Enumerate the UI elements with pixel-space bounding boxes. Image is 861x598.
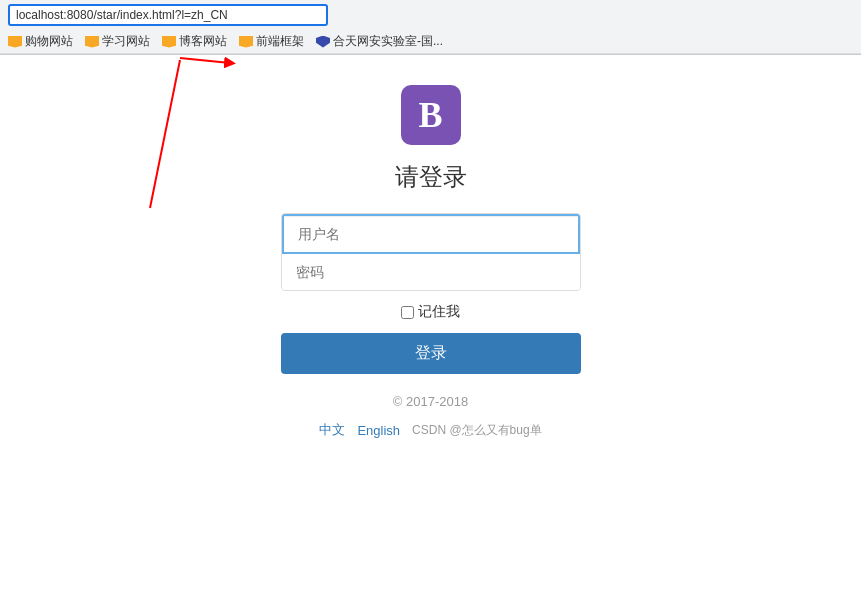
- address-bar-row: [0, 0, 861, 30]
- bookmark-learning[interactable]: 学习网站: [85, 33, 150, 50]
- login-title: 请登录: [395, 161, 467, 193]
- lang-zh-link[interactable]: 中文: [319, 421, 345, 439]
- bookmark-shopping[interactable]: 购物网站: [8, 33, 73, 50]
- bootstrap-logo: B: [401, 85, 461, 145]
- login-button[interactable]: 登录: [281, 333, 581, 374]
- bookmark-blog[interactable]: 博客网站: [162, 33, 227, 50]
- bookmark-icon: [8, 36, 22, 48]
- lang-en-link[interactable]: English: [357, 423, 400, 438]
- copyright-text: © 2017-2018: [393, 394, 468, 409]
- logo-letter: B: [418, 94, 442, 136]
- browser-chrome: 购物网站 学习网站 博客网站 前端框架 合天网安实验室-国...: [0, 0, 861, 55]
- page-content: B 请登录 记住我 登录 © 2017-2018 中文 English CSDN…: [0, 55, 861, 439]
- bookmark-icon: [85, 36, 99, 48]
- bookmark-label: 合天网安实验室-国...: [333, 33, 443, 50]
- bookmark-icon: [239, 36, 253, 48]
- bookmark-frontend[interactable]: 前端框架: [239, 33, 304, 50]
- bookmark-icon: [162, 36, 176, 48]
- remember-me-row: 记住我: [401, 303, 460, 321]
- remember-checkbox[interactable]: [401, 306, 414, 319]
- bookmark-label: 学习网站: [102, 33, 150, 50]
- bookmark-security[interactable]: 合天网安实验室-国...: [316, 33, 443, 50]
- login-container: B 请登录 记住我 登录 © 2017-2018 中文 English CSDN…: [281, 85, 581, 439]
- bookmark-label: 博客网站: [179, 33, 227, 50]
- shield-icon: [316, 36, 330, 48]
- password-input[interactable]: [282, 254, 580, 290]
- bookmark-label: 购物网站: [25, 33, 73, 50]
- csdn-label: CSDN @怎么又有bug单: [412, 422, 542, 439]
- bookmarks-bar: 购物网站 学习网站 博客网站 前端框架 合天网安实验室-国...: [0, 30, 861, 54]
- bookmark-label: 前端框架: [256, 33, 304, 50]
- remember-label: 记住我: [418, 303, 460, 321]
- username-input[interactable]: [282, 214, 580, 254]
- address-bar[interactable]: [8, 4, 328, 26]
- login-form: [281, 213, 581, 291]
- language-links: 中文 English CSDN @怎么又有bug单: [319, 421, 541, 439]
